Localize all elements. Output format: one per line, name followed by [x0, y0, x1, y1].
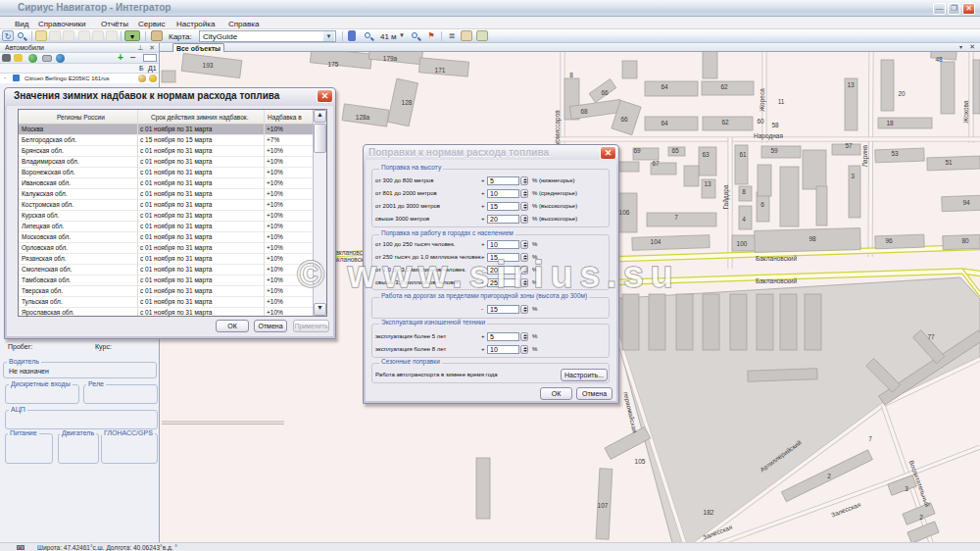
svg-text:69: 69: [633, 147, 641, 154]
svg-text:67: 67: [652, 160, 660, 167]
svg-text:18: 18: [886, 120, 894, 126]
svg-text:65: 65: [671, 147, 679, 154]
svg-text:57: 57: [845, 142, 853, 149]
svg-text:63: 63: [702, 151, 710, 158]
svg-text:13: 13: [847, 81, 855, 88]
svg-text:128: 128: [402, 99, 413, 106]
svg-text:8: 8: [569, 72, 573, 78]
svg-text:64: 64: [661, 83, 668, 90]
svg-text:66: 66: [620, 116, 628, 123]
svg-text:3: 3: [905, 485, 908, 492]
svg-text:Баклановский: Баклановский: [756, 277, 798, 284]
svg-text:77: 77: [927, 333, 935, 340]
svg-text:80: 80: [961, 237, 969, 244]
svg-text:60: 60: [757, 118, 764, 125]
svg-text:11: 11: [778, 98, 785, 105]
svg-text:53: 53: [891, 150, 899, 157]
svg-text:107: 107: [598, 502, 609, 509]
svg-text:171: 171: [435, 67, 446, 74]
svg-text:6: 6: [760, 201, 764, 208]
svg-text:193: 193: [203, 62, 214, 69]
svg-text:51: 51: [945, 159, 953, 166]
svg-text:68: 68: [580, 108, 588, 115]
svg-text:2: 2: [827, 473, 831, 479]
svg-text:128а: 128а: [356, 114, 370, 121]
svg-text:48: 48: [935, 56, 943, 63]
svg-text:179а: 179а: [383, 55, 398, 62]
svg-text:7: 7: [868, 435, 872, 442]
svg-text:106: 106: [619, 209, 630, 216]
svg-text:Народная: Народная: [754, 132, 783, 140]
svg-text:Жореса: Жореса: [759, 88, 766, 112]
svg-text:7: 7: [674, 214, 678, 221]
svg-text:Ларина: Ларина: [861, 144, 869, 167]
svg-text:20: 20: [898, 90, 906, 97]
svg-text:Жохова: Жохова: [962, 100, 969, 124]
svg-text:59: 59: [770, 147, 778, 154]
svg-text:62: 62: [721, 119, 729, 125]
svg-text:8: 8: [742, 188, 746, 195]
svg-text:66: 66: [601, 89, 609, 96]
svg-text:Гайдара: Гайдара: [722, 184, 730, 209]
svg-text:62: 62: [720, 83, 728, 90]
svg-text:182: 182: [704, 509, 714, 516]
svg-text:175: 175: [328, 61, 339, 68]
svg-text:3: 3: [851, 173, 855, 179]
svg-text:98: 98: [808, 235, 816, 242]
svg-text:комиссаров: комиссаров: [554, 110, 562, 145]
svg-text:© www.sirius.su: © www.sirius.su: [297, 254, 679, 295]
svg-text:64: 64: [661, 120, 668, 126]
svg-text:Баклановский: Баклановский: [756, 255, 798, 262]
svg-text:13: 13: [704, 180, 711, 187]
svg-text:96: 96: [885, 237, 893, 244]
svg-text:58: 58: [771, 122, 779, 128]
svg-text:100: 100: [737, 240, 748, 247]
svg-text:104: 104: [651, 238, 662, 245]
svg-text:61: 61: [739, 151, 747, 158]
svg-text:105: 105: [635, 458, 646, 465]
svg-text:94: 94: [962, 199, 970, 206]
svg-text:2: 2: [919, 514, 923, 521]
svg-text:4: 4: [742, 216, 746, 223]
